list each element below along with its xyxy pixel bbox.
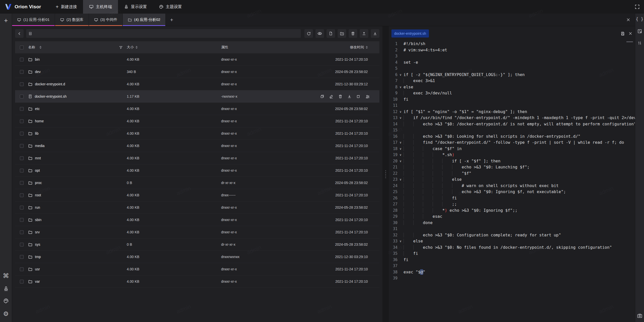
code-line[interactable]: 10fi	[389, 96, 635, 103]
code-line[interactable]: 8∨else	[389, 84, 635, 90]
code-line[interactable]: 23∨ else	[389, 176, 635, 183]
row-checkbox[interactable]	[20, 144, 24, 148]
row-checkbox[interactable]	[20, 169, 24, 172]
code-line[interactable]: 14 echo >&3 "$0: /docker-entrypoint.d/ i…	[389, 121, 635, 127]
code-line[interactable]: 13∨ if /usr/bin/find "/docker-entrypoint…	[389, 115, 635, 121]
row-checkbox[interactable]	[20, 70, 24, 74]
close-icon[interactable]	[628, 31, 632, 36]
download-button[interactable]	[371, 29, 379, 38]
code-line[interactable]: 27 ;;	[389, 201, 635, 207]
file-name[interactable]: bin	[35, 57, 40, 61]
row-checkbox[interactable]	[20, 230, 24, 234]
table-row[interactable]: srv 4.00 KB drwxr-xr-x 2021-11-24 17:20:…	[15, 226, 379, 238]
row-checkbox[interactable]	[20, 132, 24, 135]
row-checkbox[interactable]	[20, 181, 24, 185]
table-row[interactable]: docker-entrypoint.d 4.00 KB drwxr-xr-x 2…	[15, 78, 379, 90]
permission-icon[interactable]	[366, 94, 370, 99]
row-checkbox[interactable]	[20, 280, 24, 283]
nav-item-theme-settings[interactable]: 主题设置	[153, 0, 188, 14]
code-line[interactable]: 26 fi	[389, 195, 635, 201]
code-line[interactable]: 9 exec 3>/dev/null	[389, 90, 635, 96]
table-row[interactable]: etc 4.00 KB drwxr-xr-x 2024-05-28 23:58:…	[15, 103, 379, 115]
code-line[interactable]: 39	[389, 275, 635, 281]
table-row[interactable]: run 4.00 KB drwxr-xr-x 2024-05-28 23:58:…	[15, 201, 379, 214]
code-line[interactable]: 18∨ case "$f" in	[389, 146, 635, 152]
row-checkbox[interactable]	[20, 119, 24, 123]
back-button[interactable]	[15, 29, 24, 38]
sort-icon[interactable]	[39, 46, 42, 49]
column-header-name[interactable]: 名称	[28, 45, 35, 50]
drag-handle-icon[interactable]	[385, 170, 386, 178]
save-icon[interactable]	[621, 31, 625, 36]
code-editor[interactable]: 1#!/bin/sh2# vim:sw=4:ts=4:et34set -e56∨…	[389, 41, 635, 322]
file-name[interactable]: lib	[35, 131, 38, 135]
code-line[interactable]: 34 echo >&3 "$0: No files found in /dock…	[389, 244, 635, 251]
code-line[interactable]: 33∨ else	[389, 238, 635, 244]
code-line[interactable]: 22 "$f"	[389, 170, 635, 177]
file-name[interactable]: home	[35, 119, 44, 123]
line-sort-icon[interactable]	[637, 41, 642, 45]
column-header-size[interactable]: 大小	[127, 45, 134, 50]
code-line[interactable]: 24 # warn on shell scripts without exec …	[389, 183, 635, 189]
table-row[interactable]: mnt 4.00 KB drwxr-xr-x 2021-11-24 17:20:…	[15, 152, 379, 164]
file-name[interactable]: run	[35, 205, 40, 209]
table-row[interactable]: media 4.00 KB drwxr-xr-x 2021-11-24 17:2…	[15, 140, 379, 152]
fullscreen-icon[interactable]	[634, 4, 640, 10]
close-icon[interactable]	[626, 18, 630, 22]
camera-icon[interactable]	[637, 313, 642, 318]
code-line[interactable]: 31	[389, 226, 635, 232]
download-icon[interactable]	[347, 94, 351, 99]
file-name[interactable]: opt	[35, 168, 40, 172]
command-icon[interactable]: ⌘	[3, 272, 9, 279]
new-folder-button[interactable]	[338, 29, 346, 38]
code-line[interactable]: 30 done	[389, 220, 635, 226]
fold-chevron-icon[interactable]: ∨	[397, 139, 404, 146]
row-checkbox[interactable]	[20, 218, 24, 222]
code-line[interactable]: 32 echo >&3 "$0: Configuration complete;…	[389, 232, 635, 238]
tab-middleware[interactable]: (3) 中间件	[89, 14, 123, 26]
move-icon[interactable]	[356, 94, 360, 99]
doc-bookmark-icon[interactable]	[637, 29, 642, 34]
row-checkbox[interactable]	[20, 107, 24, 111]
tab-database[interactable]: (2) 数据库	[55, 14, 89, 26]
code-line[interactable]: 4set -e	[389, 59, 635, 66]
palette-icon[interactable]	[3, 298, 9, 304]
panel-splitter[interactable]	[382, 26, 389, 322]
code-line[interactable]: 25 echo >&3 "$0: Ignoring $f, not execut…	[389, 189, 635, 195]
code-line[interactable]: 15	[389, 127, 635, 133]
copy-icon[interactable]	[320, 94, 324, 99]
table-row[interactable]: usr 4.00 KB drwxr-xr-x 2021-11-24 17:20:…	[15, 263, 379, 275]
new-file-button[interactable]	[327, 29, 335, 38]
table-row[interactable]: home 4.00 KB drwxr-xr-x 2021-11-24 17:20…	[15, 115, 379, 127]
fold-chevron-icon[interactable]: ∨	[397, 146, 404, 152]
file-name[interactable]: var	[35, 279, 40, 283]
tab-app-analysis-02[interactable]: (4) 应用-分析02	[123, 14, 165, 26]
table-row[interactable]: proc 0 B dr-xr-xr-x 2024-05-28 23:58:02	[15, 177, 379, 189]
row-checkbox[interactable]	[20, 243, 24, 246]
code-line[interactable]: 2# vim:sw=4:ts=4:et	[389, 47, 635, 53]
table-row[interactable]: root 4.00 KB drwx------ 2021-11-24 17:20…	[15, 189, 379, 201]
braces-icon[interactable]: { }	[636, 17, 643, 22]
code-line[interactable]: 17∨ find "/docker-entrypoint.d/" -follow…	[389, 139, 635, 146]
sort-icon[interactable]	[366, 46, 368, 49]
code-line[interactable]: 16 echo >&3 "$0: Looking for shell scrip…	[389, 133, 635, 140]
fold-chevron-icon[interactable]: ∨	[397, 176, 404, 183]
server-list-icon[interactable]	[28, 32, 32, 35]
row-checkbox[interactable]	[20, 193, 24, 197]
file-name[interactable]: mnt	[35, 156, 41, 160]
path-input[interactable]	[26, 29, 301, 38]
code-line[interactable]: 35 fi	[389, 251, 635, 257]
file-name[interactable]: root	[35, 193, 41, 197]
code-line[interactable]: 11	[389, 102, 635, 109]
file-name[interactable]: sbin	[35, 218, 42, 222]
row-checkbox[interactable]	[20, 95, 24, 98]
row-checkbox[interactable]	[20, 58, 24, 61]
table-row[interactable]: sys 0 B dr-xr-xr-x 2024-05-28 23:58:02	[15, 238, 379, 251]
table-row[interactable]: docker-entrypoint.sh 1.17 KB -rwxrwxr-x	[15, 90, 379, 103]
editor-file-chip[interactable]: docker-entrypoint.sh	[391, 29, 429, 38]
add-tab-button[interactable]: +	[166, 14, 177, 26]
code-line[interactable]: 28 *) echo >&3 "$0: Ignoring $f";;	[389, 207, 635, 214]
file-name[interactable]: etc	[35, 107, 40, 111]
brand[interactable]: Orion Visor	[5, 3, 41, 11]
table-row[interactable]: sbin 4.00 KB drwxr-xr-x 2021-11-24 17:20…	[15, 214, 379, 226]
